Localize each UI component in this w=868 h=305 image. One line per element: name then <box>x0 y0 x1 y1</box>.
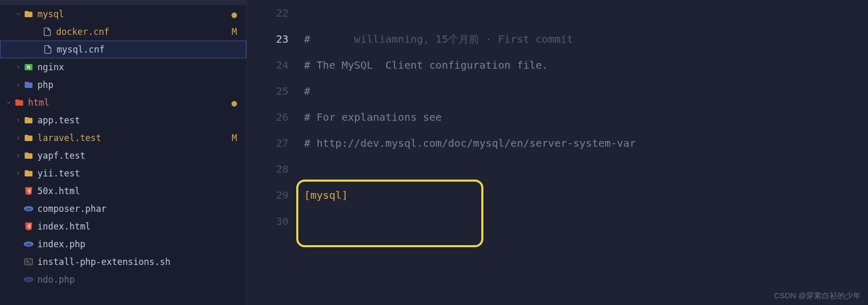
status-badge: ● <box>231 97 237 108</box>
line-number: 22 <box>247 0 288 26</box>
folder-php-icon <box>23 80 34 90</box>
shell-icon: >_ <box>23 257 34 266</box>
tree-item-label: yapf.test <box>37 150 237 161</box>
php-icon: php <box>23 240 34 248</box>
svg-text:php: php <box>26 243 31 246</box>
php-icon: php <box>23 205 34 212</box>
code-line[interactable] <box>304 0 868 26</box>
svg-text:5: 5 <box>28 189 30 193</box>
chevron-icon[interactable] <box>14 11 23 17</box>
code-line[interactable]: [mysql] <box>304 182 868 208</box>
tree-item-php[interactable]: php <box>0 76 246 94</box>
line-number: 27 <box>247 130 288 156</box>
code-text: [mysql] <box>304 189 348 201</box>
tree-item-index-html[interactable]: 5index.html <box>0 218 246 235</box>
chevron-icon[interactable] <box>14 117 23 123</box>
code-line[interactable]: # For explanations see <box>304 104 868 130</box>
chevron-icon[interactable] <box>14 152 23 159</box>
svg-text:php: php <box>26 278 31 282</box>
chevron-icon[interactable] <box>14 82 23 88</box>
line-number: 25 <box>247 78 288 104</box>
tree-item-docker-cnf[interactable]: docker.cnfM <box>0 23 246 41</box>
code-text: # <box>304 33 310 45</box>
tree-item-label: mysql <box>37 9 227 19</box>
tree-item-label: ndo.php <box>37 274 237 285</box>
tree-item-label: index.php <box>37 239 237 249</box>
tree-item-label: nginx <box>37 62 237 72</box>
code-text: # http://dev.mysql.com/doc/mysql/en/serv… <box>304 137 636 149</box>
tree-item-composer-phar[interactable]: phpcomposer.phar <box>0 200 246 218</box>
html5-icon: 5 <box>23 186 34 196</box>
code-text: # The MySQL Client configuration file. <box>304 59 548 71</box>
tree-item-install-php-extensions-sh[interactable]: >_install-php-extensions.sh <box>0 253 246 271</box>
line-number: 26 <box>247 104 288 130</box>
tree-item-label: docker.cnf <box>56 27 228 37</box>
folder-icon <box>23 169 34 178</box>
svg-text:>_: >_ <box>27 259 32 264</box>
folder-html-icon <box>14 98 25 107</box>
code-line[interactable]: # The MySQL Client configuration file. <box>304 52 868 78</box>
chevron-icon[interactable] <box>14 135 23 141</box>
tree-item-label: laravel.test <box>37 133 228 143</box>
folder-icon <box>23 133 34 143</box>
line-number: 24 <box>247 52 288 78</box>
tree-item-ndo-php[interactable]: phpndo.php <box>0 271 246 288</box>
file-icon <box>42 27 53 36</box>
tree-item-yii-test[interactable]: yii.test <box>0 164 246 182</box>
code-line[interactable] <box>304 156 868 182</box>
watermark-text: CSDN @穿素白衫的少年 <box>774 291 861 301</box>
file-icon <box>42 45 54 54</box>
chevron-icon[interactable] <box>4 99 14 106</box>
code-text: # For explanations see <box>304 111 442 123</box>
line-number: 30 <box>247 208 288 234</box>
tree-item-label: install-php-extensions.sh <box>37 257 237 267</box>
tree-item-label: html <box>28 97 227 108</box>
tree-item-html[interactable]: html● <box>0 94 246 111</box>
status-badge: M <box>232 27 237 37</box>
code-line[interactable]: # http://dev.mysql.com/doc/mysql/en/serv… <box>304 130 868 156</box>
html5-icon: 5 <box>23 222 34 231</box>
line-number: 28 <box>247 156 288 182</box>
folder-icon <box>23 151 34 160</box>
tree-item-yapf-test[interactable]: yapf.test <box>0 147 246 164</box>
tree-item-label: mysql.cnf <box>57 44 236 55</box>
chevron-icon[interactable] <box>14 64 23 70</box>
code-content[interactable]: # williamning, 15个月前 · First commit# The… <box>299 0 868 305</box>
folder-icon <box>23 116 34 125</box>
line-number: 29 <box>247 182 288 208</box>
status-badge: M <box>232 133 237 143</box>
tree-item-mysql-cnf[interactable]: mysql.cnf <box>0 41 246 58</box>
code-editor[interactable]: 222324252627282930 # williamning, 15个月前 … <box>247 0 868 305</box>
nginx-icon: N <box>23 62 34 72</box>
code-line[interactable] <box>304 208 868 234</box>
svg-text:5: 5 <box>28 224 30 228</box>
chevron-icon[interactable] <box>14 170 23 176</box>
tree-item-label: index.html <box>37 221 237 232</box>
tree-item-laravel-test[interactable]: laravel.testM <box>0 129 246 147</box>
tree-item-etc[interactable]: etc <box>0 0 246 5</box>
tree-item-label: php <box>37 80 237 90</box>
php-icon: php <box>23 276 34 283</box>
git-blame-annotation: williamning, 15个月前 · First commit <box>310 33 573 45</box>
tree-item-nginx[interactable]: Nnginx <box>0 58 246 76</box>
folder-open-icon <box>23 9 34 19</box>
folder-icon <box>14 0 25 1</box>
svg-text:N: N <box>27 65 30 70</box>
line-number: 23 <box>247 26 288 52</box>
tree-item-mysql[interactable]: mysql● <box>0 5 246 23</box>
file-explorer-sidebar[interactable]: etcmysql●docker.cnfMmysql.cnfNnginxphpht… <box>0 0 247 305</box>
svg-text:php: php <box>26 207 31 211</box>
tree-item-label: app.test <box>37 115 237 125</box>
tree-item-50x-html[interactable]: 550x.html <box>0 182 246 200</box>
line-number-gutter: 222324252627282930 <box>247 0 299 305</box>
tree-item-label: yii.test <box>37 168 237 179</box>
tree-item-label: etc <box>28 0 237 2</box>
code-text: # <box>304 85 310 97</box>
code-line[interactable]: # williamning, 15个月前 · First commit <box>304 26 868 52</box>
tree-item-index-php[interactable]: phpindex.php <box>0 235 246 253</box>
status-badge: ● <box>231 9 237 20</box>
code-line[interactable]: # <box>304 78 868 104</box>
tree-item-app-test[interactable]: app.test <box>0 111 246 129</box>
tree-item-label: composer.phar <box>37 204 237 214</box>
tree-item-label: 50x.html <box>37 186 237 196</box>
